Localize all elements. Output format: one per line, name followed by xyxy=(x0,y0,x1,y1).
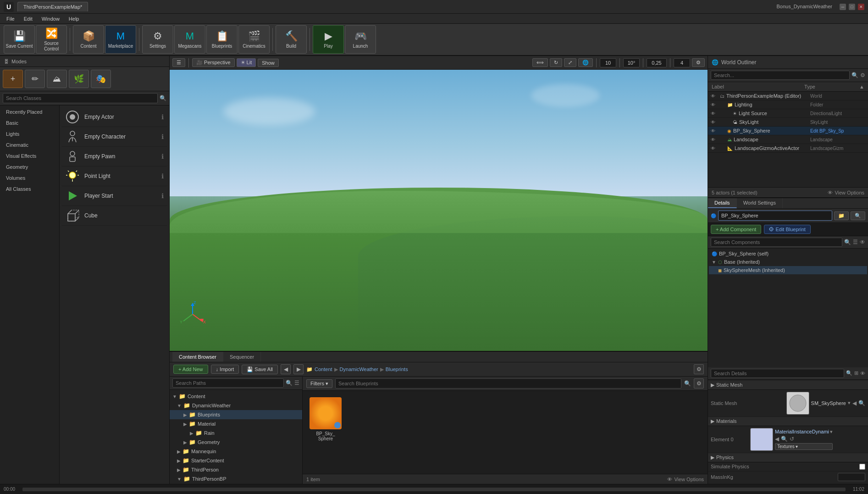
place-search-input[interactable] xyxy=(3,93,158,103)
static-mesh-dropdown[interactable]: SM_SkySphere ▾ xyxy=(811,400,851,406)
actor-point-light[interactable]: Point Light ℹ xyxy=(61,167,167,186)
folder-third-person-bp[interactable]: ▼ 📁 ThirdPersonBP xyxy=(170,474,302,483)
content-settings-button[interactable]: ⚙ xyxy=(694,364,704,374)
menu-window[interactable]: Window xyxy=(38,15,63,22)
tab-sequencer[interactable]: Sequencer xyxy=(223,352,261,362)
menu-file[interactable]: File xyxy=(3,15,18,22)
map-tab[interactable]: ThirdPersonExampleMap* xyxy=(17,2,88,11)
mode-mesh-button[interactable]: 🎭 xyxy=(91,70,111,88)
maximize-button[interactable]: □ xyxy=(849,4,855,10)
mode-place-button[interactable]: + xyxy=(3,70,23,88)
material-back-icon[interactable]: ◀ xyxy=(775,436,779,442)
breadcrumb-blueprints[interactable]: Blueprints xyxy=(386,366,408,372)
category-basic[interactable]: Basic xyxy=(0,117,59,128)
outliner-item-lighting[interactable]: 👁 📁 Lighting Folder xyxy=(708,100,868,109)
actor-empty-actor[interactable]: Empty Actor ℹ xyxy=(61,107,167,127)
grid-layers[interactable]: 4 xyxy=(674,58,690,67)
outliner-item-landscape[interactable]: 👁 ⛰ Landscape Landscape xyxy=(708,135,868,144)
menu-edit[interactable]: Edit xyxy=(20,15,36,22)
comp-sky-sphere-mesh[interactable]: ◼ SkySphereMesh (Inherited) xyxy=(709,266,867,274)
perspective-button[interactable]: 🎥 Perspective xyxy=(192,58,235,67)
static-mesh-back-icon[interactable]: ◀ xyxy=(852,400,857,406)
category-all-classes[interactable]: All Classes xyxy=(0,183,59,194)
folder-content[interactable]: ▼ 📁 Content xyxy=(170,392,302,401)
cinematics-button[interactable]: 🎬 Cinematics xyxy=(238,25,270,54)
outliner-item-bp-sky[interactable]: 👁 ◉ BP_Sky_Sphere Edit BP_Sky_Sp xyxy=(708,127,868,135)
mode-paint-button[interactable]: ✏ xyxy=(25,70,45,88)
folder-mannequin[interactable]: ▶ 📁 Mannequin xyxy=(170,447,302,456)
vp-scale-button[interactable]: ⤢ xyxy=(564,58,576,67)
vp-rotate-button[interactable]: ↻ xyxy=(550,58,562,67)
mode-foliage-button[interactable]: 🌿 xyxy=(69,70,89,88)
lit-button[interactable]: ☀ Lit xyxy=(237,58,256,67)
folder-starter-content[interactable]: ▶ 📁 StarterContent xyxy=(170,456,302,465)
category-visual-effects[interactable]: Visual Effects xyxy=(0,150,59,161)
mode-landscape-button[interactable]: ⛰ xyxy=(47,70,67,88)
category-cinematic[interactable]: Cinematic xyxy=(0,139,59,150)
content-search-input[interactable] xyxy=(335,378,681,389)
details-search-input[interactable] xyxy=(711,369,844,378)
settings-button[interactable]: ⚙ Settings xyxy=(142,25,173,54)
textures-dropdown[interactable]: Textures ▾ xyxy=(775,443,833,450)
launch-button[interactable]: 🎮 Launch xyxy=(345,25,376,54)
vp-translate-button[interactable]: ⟺ xyxy=(532,58,548,67)
tab-world-settings[interactable]: World Settings xyxy=(737,198,783,208)
grid-size-1[interactable]: 10 xyxy=(600,58,616,67)
comp-base-inherited[interactable]: ▼ ⬡ Base (Inherited) xyxy=(709,258,867,266)
folder-third-person[interactable]: ▶ 📁 ThirdPerson xyxy=(170,465,302,474)
minimize-button[interactable]: ─ xyxy=(840,4,846,10)
breadcrumb-content[interactable]: Content xyxy=(315,366,332,372)
save-all-button[interactable]: 💾 Save All xyxy=(242,365,278,374)
category-recently-placed[interactable]: Recently Placed xyxy=(0,106,59,117)
bp-name-input[interactable] xyxy=(718,211,832,221)
tab-content-browser[interactable]: Content Browser xyxy=(172,352,223,362)
viewport-settings-button[interactable]: ⚙ xyxy=(692,58,705,67)
paths-search-input[interactable] xyxy=(172,378,284,388)
actor-player-start[interactable]: Player Start ℹ xyxy=(61,186,167,206)
show-button[interactable]: Show xyxy=(258,59,279,67)
filters-button[interactable]: Filters ▾ xyxy=(306,379,332,388)
outliner-item-landscape-gizmo[interactable]: 👁 📐 LandscapeGizmoActiveActor LandscapeG… xyxy=(708,144,868,153)
view-options-button[interactable]: 👁 View Options xyxy=(667,477,704,482)
bp-search-button[interactable]: 🔍 xyxy=(851,211,865,220)
add-component-button[interactable]: + Add Component xyxy=(711,225,761,234)
comp-bp-sky-self[interactable]: 🔵 BP_Sky_Sphere (self) xyxy=(709,250,867,258)
category-lights[interactable]: Lights xyxy=(0,128,59,139)
folder-dynamic-weather[interactable]: ▼ 📁 DynamicWeather xyxy=(170,401,302,410)
actor-empty-character[interactable]: Empty Character ℹ xyxy=(61,127,167,147)
outliner-item-sky-light[interactable]: 👁 🌤 SkyLight SkyLight xyxy=(708,118,868,127)
outliner-view-options-button[interactable]: 👁 View Options xyxy=(828,190,864,195)
import-button[interactable]: ↓ Import xyxy=(211,365,239,374)
grid-size-3[interactable]: 0,25 xyxy=(647,58,667,67)
static-mesh-find-icon[interactable]: 🔍 xyxy=(858,400,865,406)
folder-material[interactable]: ▶ 📁 Material xyxy=(170,419,302,428)
massin-value[interactable] xyxy=(838,473,865,481)
vp-world-button[interactable]: 🌐 xyxy=(578,58,593,67)
folder-blueprints[interactable]: ▶ 📁 Blueprints xyxy=(170,410,302,419)
content-filter-settings-button[interactable]: ⚙ xyxy=(694,378,704,389)
category-geometry[interactable]: Geometry xyxy=(0,161,59,172)
actor-empty-pawn[interactable]: Empty Pawn ℹ xyxy=(61,147,167,167)
edit-blueprint-button[interactable]: ⭗ Edit Blueprint xyxy=(764,225,810,234)
outliner-item-light-source[interactable]: 👁 ☀ Light Source DirectionalLight xyxy=(708,109,868,118)
category-volumes[interactable]: Volumes xyxy=(0,172,59,183)
menu-help[interactable]: Help xyxy=(65,15,83,22)
marketplace-button[interactable]: M Marketplace xyxy=(105,25,136,54)
breadcrumb-dynamic-weather[interactable]: DynamicWeather xyxy=(340,366,378,372)
tab-details[interactable]: Details xyxy=(708,198,737,208)
component-search-input[interactable] xyxy=(711,238,842,247)
content-button[interactable]: 📦 Content xyxy=(73,25,104,54)
folder-geometry[interactable]: ▶ 📁 Geometry xyxy=(170,438,302,447)
outliner-item-map[interactable]: 👁 🗂 ThirdPersonExampleMap (Editor) World xyxy=(708,92,868,100)
nav-forward-button[interactable]: ▶ xyxy=(293,364,304,374)
outliner-search-input[interactable] xyxy=(711,71,850,80)
megascans-button[interactable]: M Megascans xyxy=(174,25,205,54)
viewport-canvas[interactable]: Z X Y xyxy=(170,70,708,351)
add-new-button[interactable]: + Add New xyxy=(173,365,208,374)
simulate-physics-checkbox[interactable] xyxy=(859,464,865,470)
material-find-icon[interactable]: 🔍 xyxy=(781,436,788,442)
save-current-button[interactable]: 💾 Save Current xyxy=(4,25,35,54)
folder-rain[interactable]: ▶ 📁 Rain xyxy=(170,428,302,438)
bp-browse-button[interactable]: 📁 xyxy=(834,211,849,220)
asset-bp-sky-sphere[interactable]: BP_Sky_Sphere xyxy=(307,395,344,443)
